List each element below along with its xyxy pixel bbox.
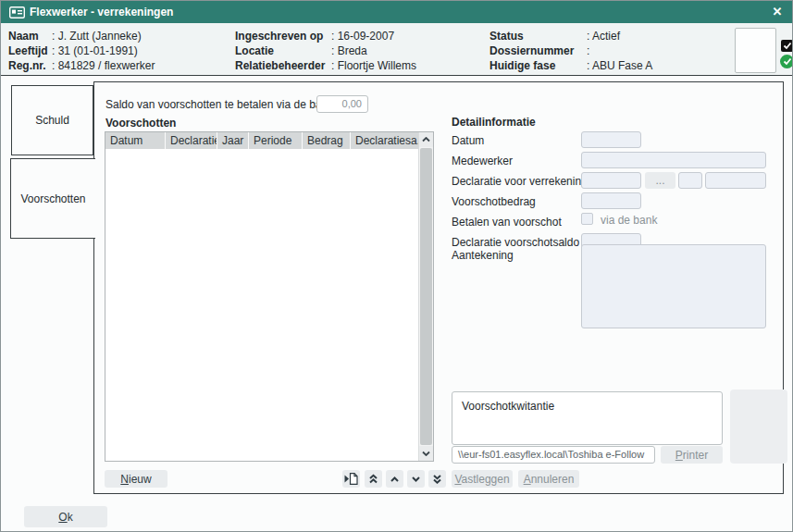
via-de-bank-checkbox[interactable] bbox=[581, 213, 593, 225]
declaratie-voorschotsaldo-label: Declaratie voorschotsaldo bbox=[452, 236, 579, 249]
status-ok-icon bbox=[780, 55, 793, 68]
scroll-down-icon[interactable] bbox=[419, 446, 433, 461]
ok-button[interactable]: Ok bbox=[24, 506, 107, 527]
flexwerker-verrekeningen-window: Flexwerker - verrekeningen ✕ Naam : J. Z… bbox=[0, 0, 793, 532]
annuleren-button[interactable]: Annuleren bbox=[518, 470, 579, 488]
table-header-row: Datum Declaratie Jaar Periode Bedrag Dec… bbox=[105, 132, 418, 149]
column-header[interactable]: Declaratiesa... bbox=[351, 132, 418, 149]
table-title: Voorschotten bbox=[105, 117, 176, 130]
close-icon[interactable]: ✕ bbox=[769, 1, 786, 23]
printer-path: \\eur-fs01.easyflex.local\Toshiba e-Foll… bbox=[458, 449, 644, 460]
nieuw-button-label: Nieuw bbox=[120, 473, 151, 486]
field-value: : Floortje Willems bbox=[331, 59, 416, 72]
document-name: Voorschotkwitantie bbox=[462, 400, 554, 413]
declaratie-verrekening-label: Declaratie voor verrekening bbox=[452, 175, 588, 188]
column-header[interactable]: Jaar bbox=[217, 132, 249, 149]
field-value: : 841829 / flexwerker bbox=[52, 59, 155, 72]
annuleren-label: Annuleren bbox=[524, 473, 575, 486]
field-label: Locatie bbox=[235, 44, 274, 57]
contact-card-icon bbox=[9, 6, 25, 21]
field-label: Huidige fase bbox=[489, 59, 555, 72]
tab-schuld[interactable]: Schuld bbox=[11, 85, 93, 155]
declaratie-periode-input[interactable] bbox=[705, 172, 766, 189]
goto-record-icon[interactable] bbox=[342, 470, 360, 488]
move-down-icon[interactable] bbox=[407, 470, 425, 488]
declaratie-jaar-input[interactable] bbox=[678, 172, 702, 189]
field-value: : 16-09-2007 bbox=[331, 30, 394, 43]
saldo-value: 0,00 bbox=[342, 98, 362, 109]
betalen-voorschot-label: Betalen van voorschot bbox=[452, 216, 562, 229]
flexwerker-info-header: Naam : J. Zutt (Janneke) Leeftijd : 31 (… bbox=[1, 23, 792, 76]
photo-placeholder bbox=[735, 28, 776, 73]
field-label: Dossiernummer bbox=[489, 44, 574, 57]
scrollbar-thumb[interactable] bbox=[420, 148, 432, 445]
field-label: Leeftijd bbox=[8, 44, 48, 57]
field-value: : 31 (01-01-1991) bbox=[52, 44, 138, 57]
tab-voorschotten[interactable]: Voorschotten bbox=[10, 158, 95, 239]
voorschotten-table[interactable]: Datum Declaratie Jaar Periode Bedrag Dec… bbox=[105, 131, 434, 462]
ok-label: Ok bbox=[58, 511, 72, 524]
document-list[interactable]: Voorschotkwitantie bbox=[452, 391, 723, 445]
scroll-up-icon[interactable] bbox=[419, 132, 433, 147]
field-label: Ingeschreven op bbox=[235, 30, 323, 43]
printer-button-label: Printer bbox=[675, 449, 708, 462]
tab-label: Voorschotten bbox=[20, 192, 85, 205]
field-value: : bbox=[587, 44, 589, 57]
declaratie-input[interactable] bbox=[581, 172, 641, 189]
column-header[interactable]: Datum bbox=[105, 132, 166, 149]
column-header[interactable]: Periode bbox=[249, 132, 303, 149]
table-scrollbar[interactable] bbox=[418, 132, 433, 461]
field-value: : J. Zutt (Janneke) bbox=[52, 30, 142, 43]
datum-input[interactable] bbox=[581, 131, 641, 148]
tab-label: Schuld bbox=[35, 114, 69, 127]
medewerker-input[interactable] bbox=[581, 152, 766, 168]
aantekening-textarea[interactable] bbox=[581, 244, 766, 328]
move-bottom-icon[interactable] bbox=[428, 470, 446, 488]
declaratie-lookup-button[interactable]: ... bbox=[645, 172, 675, 189]
checked-checkbox-icon[interactable] bbox=[781, 40, 793, 52]
vastleggen-button[interactable]: Vastleggen bbox=[452, 470, 513, 488]
aantekening-label: Aantekening bbox=[452, 249, 514, 262]
field-label: Status bbox=[489, 30, 524, 43]
field-label: Reg.nr. bbox=[8, 59, 46, 72]
saldo-label: Saldo van voorschotten te betalen via de… bbox=[105, 98, 333, 111]
ellipsis-label: ... bbox=[655, 174, 664, 187]
field-label: Naam bbox=[8, 30, 39, 43]
detail-title: Detailinformatie bbox=[452, 116, 536, 129]
output-options-panel bbox=[730, 390, 787, 464]
title-bar: Flexwerker - verrekeningen ✕ bbox=[1, 1, 792, 23]
vastleggen-label: Vastleggen bbox=[454, 473, 509, 486]
move-top-icon[interactable] bbox=[365, 470, 382, 488]
field-value: : Breda bbox=[331, 44, 367, 57]
field-label: Relatiebeheerder bbox=[235, 59, 325, 72]
saldo-input[interactable]: 0,00 bbox=[316, 95, 368, 113]
printer-button[interactable]: Printer bbox=[661, 446, 723, 464]
move-up-icon[interactable] bbox=[386, 470, 403, 488]
field-value: : ABU Fase A bbox=[587, 59, 652, 72]
field-value: : Actief bbox=[587, 30, 620, 43]
nieuw-button[interactable]: Nieuw bbox=[105, 470, 167, 488]
via-de-bank-label: via de bank bbox=[601, 214, 657, 227]
medewerker-label: Medewerker bbox=[452, 155, 513, 167]
column-header[interactable]: Bedrag bbox=[303, 132, 351, 149]
voorschotbedrag-label: Voorschotbedrag bbox=[452, 195, 536, 208]
printer-path-field: \\eur-fs01.easyflex.local\Toshiba e-Foll… bbox=[452, 446, 655, 464]
window-title: Flexwerker - verrekeningen bbox=[30, 1, 173, 23]
column-header[interactable]: Declaratie bbox=[166, 132, 217, 149]
voorschotbedrag-input[interactable] bbox=[581, 192, 641, 209]
datum-label: Datum bbox=[452, 134, 484, 147]
